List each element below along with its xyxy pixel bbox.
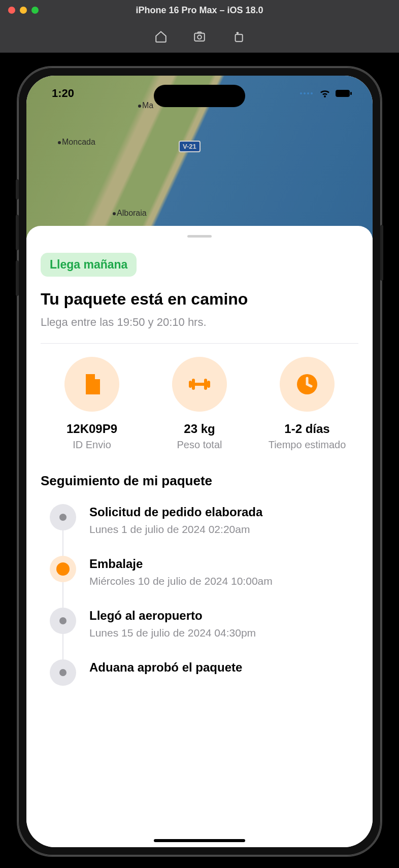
svg-point-1 bbox=[197, 35, 202, 39]
stat-shipment-id: 12K09P9 ID Envio bbox=[41, 357, 143, 451]
side-button bbox=[16, 260, 19, 296]
wifi-icon bbox=[319, 88, 331, 98]
stat-value: 1-2 días bbox=[256, 422, 358, 436]
sheet-grabber[interactable] bbox=[187, 235, 212, 238]
battery-icon bbox=[335, 89, 352, 98]
timeline-item: Llegó al aeropuerto Lunes 15 de julio de… bbox=[50, 608, 358, 639]
window-controls bbox=[8, 7, 39, 14]
timeline-date: Lunes 15 de julio de 2024 04:30pm bbox=[89, 627, 358, 639]
svg-rect-3 bbox=[336, 90, 350, 97]
screenshot-button[interactable] bbox=[193, 30, 206, 43]
timeline-date: Lunes 1 de julio de 2024 02:20am bbox=[89, 523, 358, 536]
timeline-marker-done bbox=[50, 608, 76, 634]
timeline-item: Aduana aprobó el paquete bbox=[50, 659, 358, 686]
side-button bbox=[380, 225, 383, 281]
document-icon bbox=[64, 357, 119, 412]
simulator-titlebar: iPhone 16 Pro Max – iOS 18.0 bbox=[0, 0, 399, 20]
phone-screen: 1:20 Ma Moncada Alboraia V-21 bbox=[26, 76, 373, 847]
phone-frame: 1:20 Ma Moncada Alboraia V-21 bbox=[17, 66, 382, 857]
timeline-title: Aduana aprobó el paquete bbox=[89, 660, 358, 675]
timeline-marker-active bbox=[50, 556, 76, 582]
svg-rect-4 bbox=[350, 92, 352, 95]
timeline: Solicitud de pedido elaborada Lunes 1 de… bbox=[41, 504, 358, 686]
dynamic-island bbox=[154, 85, 245, 107]
timeline-date: Miércoles 10 de julio de 2024 10:00am bbox=[89, 575, 358, 587]
rotate-button[interactable] bbox=[231, 30, 245, 43]
timeline-title: Llegó al aeropuerto bbox=[89, 609, 358, 623]
sheet-title: Tu paquete está en camino bbox=[41, 290, 358, 309]
close-window-button[interactable] bbox=[8, 7, 15, 14]
stat-weight: 23 kg Peso total bbox=[148, 357, 251, 451]
bottom-sheet[interactable]: Llega mañana Tu paquete está en camino L… bbox=[26, 226, 373, 847]
simulator-toolbar bbox=[0, 20, 399, 53]
home-button[interactable] bbox=[154, 30, 168, 43]
timeline-item: Embalaje Miércoles 10 de julio de 2024 1… bbox=[50, 556, 358, 587]
timeline-title: Embalaje bbox=[89, 557, 358, 571]
arrival-badge: Llega mañana bbox=[41, 253, 137, 277]
stat-label: ID Envio bbox=[41, 439, 143, 451]
timeline-title: Solicitud de pedido elaborada bbox=[89, 505, 358, 519]
stat-label: Tiempo estimado bbox=[256, 439, 358, 451]
map-city-label: Alboraia bbox=[113, 209, 147, 218]
sheet-subtitle: Llega entre las 19:50 y 20:10 hrs. bbox=[41, 316, 358, 329]
side-button bbox=[16, 179, 19, 199]
zoom-window-button[interactable] bbox=[31, 7, 39, 14]
map-city-label: Moncada bbox=[58, 138, 95, 147]
tracking-heading: Seguimiento de mi paquete bbox=[41, 473, 358, 489]
stat-value: 23 kg bbox=[148, 422, 251, 436]
status-time: 1:20 bbox=[52, 87, 74, 100]
road-sign: V-21 bbox=[179, 141, 201, 152]
clock-icon bbox=[280, 357, 335, 412]
stat-eta: 1-2 días Tiempo estimado bbox=[256, 357, 358, 451]
simulator-title: iPhone 16 Pro Max – iOS 18.0 bbox=[136, 5, 263, 16]
stats-row: 12K09P9 ID Envio 23 kg Peso total bbox=[41, 357, 358, 451]
divider bbox=[41, 343, 358, 344]
timeline-item: Solicitud de pedido elaborada Lunes 1 de… bbox=[50, 504, 358, 536]
timeline-line bbox=[62, 519, 63, 676]
recording-dots-icon bbox=[300, 92, 313, 94]
minimize-window-button[interactable] bbox=[20, 7, 27, 14]
stat-value: 12K09P9 bbox=[41, 422, 143, 436]
side-button bbox=[16, 215, 19, 250]
svg-rect-2 bbox=[236, 34, 243, 41]
home-indicator[interactable] bbox=[154, 839, 245, 842]
svg-rect-0 bbox=[194, 33, 205, 41]
dumbbell-icon bbox=[172, 357, 227, 412]
timeline-marker-done bbox=[50, 659, 76, 686]
stat-label: Peso total bbox=[148, 439, 251, 451]
timeline-marker-done bbox=[50, 504, 76, 530]
